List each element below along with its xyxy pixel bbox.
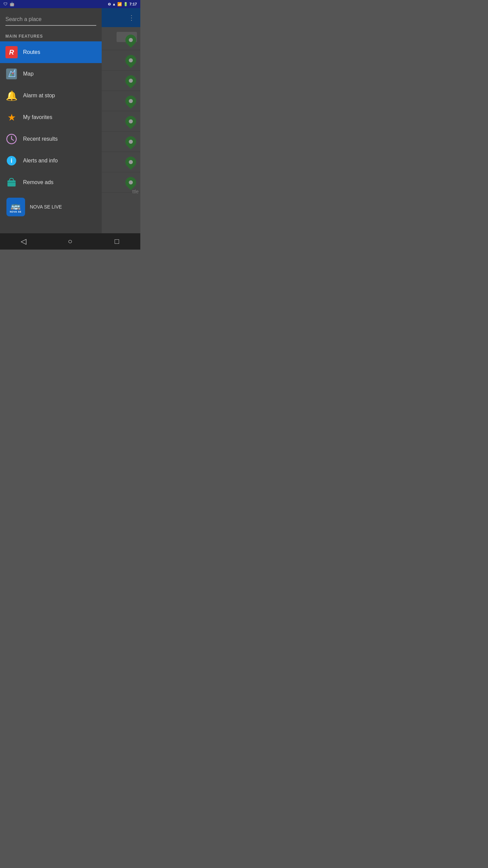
alerts-icon: i — [5, 155, 18, 167]
drawer-scrim[interactable] — [102, 8, 140, 233]
section-label-main-features: MAIN FEATURES — [0, 28, 102, 41]
svg-rect-9 — [7, 180, 16, 186]
shield-icon: 🛡 — [3, 2, 7, 6]
menu-label-map: Map — [23, 71, 34, 77]
wifi-icon: ▲ — [112, 2, 116, 6]
home-icon: ○ — [68, 237, 72, 246]
search-input[interactable] — [5, 14, 96, 26]
menu-label-recent: Recent results — [23, 136, 58, 142]
menu-label-routes: Routes — [23, 49, 40, 55]
battery-icon: 🔋 — [123, 2, 128, 6]
svg-text:i: i — [11, 157, 12, 164]
menu-label-favorites: My favorites — [23, 114, 52, 120]
nova-icon-box: 🚌 NOVA SE — [6, 198, 25, 216]
status-right-icons: ⊖ ▲ 📶 🔋 7:17 — [108, 2, 137, 6]
map-icon — [5, 68, 18, 80]
info-icon-svg: i — [6, 155, 17, 166]
svg-point-2 — [12, 73, 14, 74]
minus-circle-icon: ⊖ — [108, 2, 111, 6]
menu-label-nova: NOVA SE LIVE — [30, 204, 62, 210]
routes-icon: R — [5, 46, 18, 58]
svg-point-3 — [10, 75, 12, 76]
menu-item-favorites[interactable]: ★ My favorites — [0, 106, 102, 128]
clock-icon-svg — [6, 134, 17, 144]
favorites-icon: ★ — [5, 111, 18, 123]
recent-icon — [5, 133, 18, 145]
svg-line-6 — [12, 139, 14, 140]
recent-apps-icon: □ — [115, 237, 119, 246]
status-bar: 🛡 🤖 ⊖ ▲ 📶 🔋 7:17 — [0, 0, 140, 8]
svg-rect-0 — [6, 68, 17, 79]
menu-item-nova[interactable]: 🚌 NOVA SE NOVA SE LIVE — [0, 193, 102, 220]
alarm-icon: 🔔 — [5, 90, 18, 102]
nova-label: NOVA SE — [10, 211, 21, 213]
menu-item-routes[interactable]: R Routes — [0, 41, 102, 63]
status-left-icons: 🛡 🤖 — [3, 2, 15, 6]
nav-home-button[interactable]: ○ — [62, 233, 79, 250]
menu-label-removeads: Remove ads — [23, 179, 54, 185]
menu-label-alarm: Alarm at stop — [23, 93, 55, 99]
signal-icon: 📶 — [117, 2, 122, 6]
map-icon-svg — [6, 68, 17, 79]
navigation-drawer: MAIN FEATURES R Routes Map 🔔 Alarm at st… — [0, 8, 102, 233]
nova-bus-icon: 🚌 — [11, 201, 21, 211]
back-icon: ◁ — [21, 237, 26, 246]
menu-item-map[interactable]: Map — [0, 63, 102, 85]
bag-icon-svg — [6, 177, 17, 188]
bottom-navigation: ◁ ○ □ — [0, 233, 140, 250]
nova-icon: 🚌 NOVA SE — [5, 197, 26, 217]
menu-item-recent[interactable]: Recent results — [0, 128, 102, 150]
routes-icon-shape: R — [5, 46, 18, 58]
clock: 7:17 — [129, 2, 137, 6]
menu-item-removeads[interactable]: Remove ads — [0, 172, 102, 193]
menu-label-alerts: Alerts and info — [23, 158, 58, 164]
search-container — [0, 8, 102, 28]
android-icon: 🤖 — [9, 2, 15, 6]
menu-item-alerts[interactable]: i Alerts and info — [0, 150, 102, 172]
nav-recent-button[interactable]: □ — [108, 233, 125, 250]
menu-item-alarm[interactable]: 🔔 Alarm at stop — [0, 85, 102, 106]
nav-back-button[interactable]: ◁ — [15, 233, 32, 250]
removeads-icon — [5, 176, 18, 189]
